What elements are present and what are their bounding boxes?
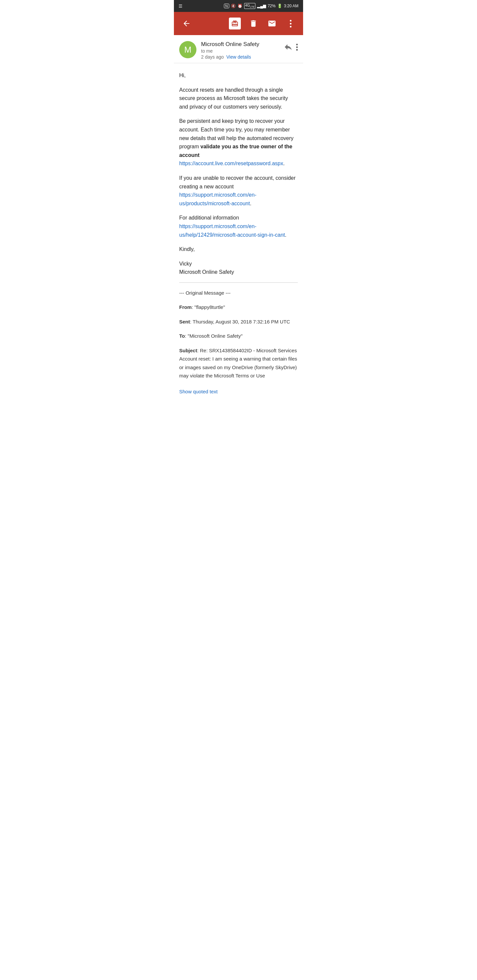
three-dots-dark-icon — [296, 44, 298, 51]
from-value: : "flappy8turtle" — [192, 304, 225, 310]
para4-prefix: For additional information — [179, 215, 239, 221]
new-account-link[interactable]: https://support.microsoft.com/en-us/prod… — [179, 192, 256, 206]
email-time-row: 2 days ago View details — [201, 54, 279, 60]
three-dots-icon — [290, 20, 292, 27]
nfc-icon: N — [224, 4, 229, 8]
archive-button[interactable] — [228, 17, 241, 30]
para3-prefix: If you are unable to recover the account… — [179, 175, 295, 189]
sender-name: Microsoft Online Safety — [201, 41, 279, 48]
sender-avatar: M — [179, 41, 196, 58]
original-to: To: "Microsoft Online Safety" — [179, 332, 298, 340]
battery-label: 72% — [268, 4, 276, 8]
time-label: 3:20 AM — [284, 4, 298, 8]
body-para1: Account resets are handled through a sin… — [179, 86, 298, 111]
email-header-actions — [284, 41, 298, 52]
right-action-icons — [228, 17, 297, 30]
status-left: ☰ — [179, 4, 182, 9]
original-message: --- Original Message --- From: "flappy8t… — [179, 289, 298, 380]
more-options-button[interactable] — [284, 17, 297, 30]
to-label: To — [179, 333, 185, 339]
hamburger-icon: ☰ — [179, 4, 182, 9]
email-to-label: to me — [201, 48, 279, 54]
network-label: 4GLTE — [244, 3, 256, 9]
from-label: From — [179, 304, 192, 310]
reply-button[interactable] — [284, 42, 293, 52]
sent-value: : Thursday, August 30, 2018 7:32:16 PM U… — [190, 319, 290, 325]
back-button[interactable] — [180, 17, 193, 30]
body-para2: Be persistent and keep trying to recover… — [179, 117, 298, 168]
view-details-link[interactable]: View details — [226, 54, 251, 60]
closing: Kindly, — [179, 245, 298, 254]
battery-icon: 🔋 — [277, 4, 282, 8]
mark-unread-button[interactable] — [265, 17, 279, 30]
greeting: Hi, — [179, 71, 298, 80]
mute-icon: 🔇 — [231, 4, 236, 8]
original-sent: Sent: Thursday, August 30, 2018 7:32:16 … — [179, 318, 298, 326]
sign-name: Vicky Microsoft Online Safety — [179, 259, 298, 277]
alarm-icon: ⏰ — [238, 4, 242, 8]
email-body: Hi, Account resets are handled through a… — [174, 63, 303, 402]
email-meta: Microsoft Online Safety to me 2 days ago… — [201, 41, 279, 60]
status-right: N 🔇 ⏰ 4GLTE ▂▄▆ 72% 🔋 3:20 AM — [224, 3, 298, 9]
to-value: : "Microsoft Online Safety" — [185, 333, 242, 339]
para3-suffix: . — [250, 200, 251, 206]
action-bar — [174, 12, 303, 35]
signal-icon: ▂▄▆ — [257, 4, 266, 8]
archive-icon — [229, 18, 241, 29]
original-subject: Subject: Re: SRX1438584402ID - Microsoft… — [179, 346, 298, 380]
time-ago: 2 days ago — [201, 54, 224, 60]
reset-password-link[interactable]: https://account.live.com/resetpassword.a… — [179, 161, 283, 166]
delete-button[interactable] — [247, 17, 260, 30]
show-quoted-button[interactable]: Show quoted text — [179, 386, 218, 397]
original-from: From: "flappy8turtle" — [179, 303, 298, 312]
email-more-button[interactable] — [296, 44, 298, 51]
para2-suffix: . — [283, 161, 284, 166]
original-header: --- Original Message --- — [179, 289, 298, 298]
status-bar: ☰ N 🔇 ⏰ 4GLTE ▂▄▆ 72% 🔋 3:20 AM — [174, 0, 303, 12]
body-para4: For additional information https://suppo… — [179, 213, 298, 239]
subject-value: : Re: SRX1438584402ID - Microsoft Servic… — [179, 348, 297, 379]
subject-label: Subject — [179, 348, 197, 353]
message-divider — [179, 282, 298, 283]
email-header: M Microsoft Online Safety to me 2 days a… — [174, 35, 303, 63]
para4-suffix: . — [285, 232, 286, 238]
additional-info-link[interactable]: https://support.microsoft.com/en-us/help… — [179, 223, 285, 238]
body-para3: If you are unable to recover the account… — [179, 174, 298, 208]
sent-label: Sent — [179, 319, 190, 325]
